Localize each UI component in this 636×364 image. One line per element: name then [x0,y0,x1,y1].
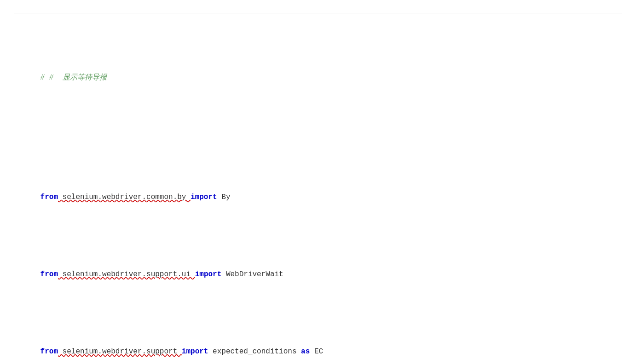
name-3: expected_conditions [208,347,301,356]
separator [14,13,622,13]
keyword-as: as [301,347,310,356]
blank-line-1 [14,136,622,139]
module-1: selenium.webdriver.common.by [58,193,191,201]
comment-header-text: # # 显示等待导报 [40,74,107,82]
keyword-from-1: from [40,193,58,201]
code-container: # # 显示等待导报 from selenium.webdriver.commo… [0,0,636,364]
line-import-3: from selenium.webdriver.support import e… [14,332,622,364]
code-block: # # 显示等待导报 from selenium.webdriver.commo… [14,20,622,364]
keyword-import-1: import [191,193,217,201]
name-2: WebDriverWait [221,270,283,279]
keyword-import-2: import [195,270,222,279]
line-import-2: from selenium.webdriver.support.ui impor… [14,255,622,294]
keyword-import-3: import [182,347,208,356]
keyword-from-3: from [40,347,58,356]
module-2: selenium.webdriver.support.ui [58,270,195,279]
keyword-from-2: from [40,270,58,279]
name-1: By [217,193,231,201]
module-3: selenium.webdriver.support [58,347,182,356]
line-comment-header: # # 显示等待导报 [14,58,622,97]
alias-3: EC [310,347,323,356]
line-import-1: from selenium.webdriver.common.by import… [14,178,622,216]
